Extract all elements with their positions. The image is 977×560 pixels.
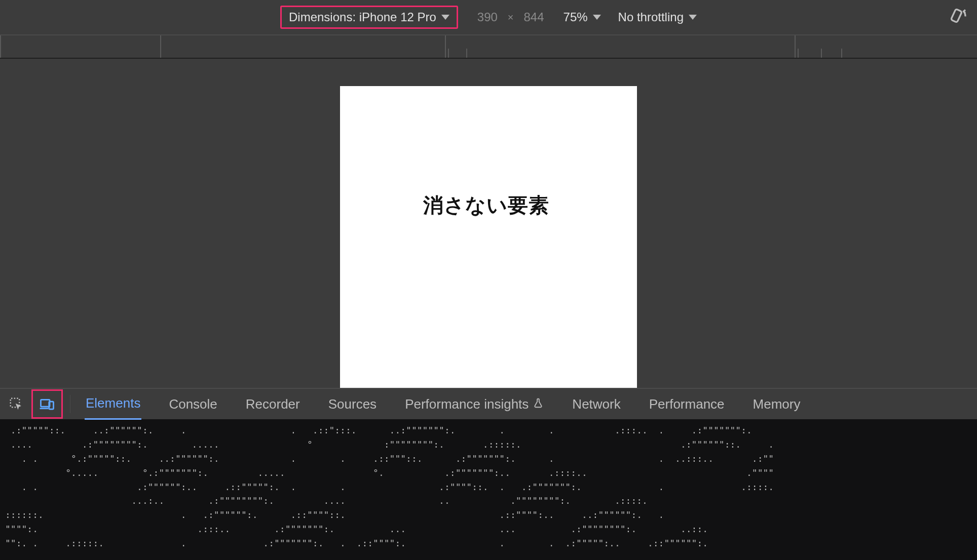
inspect-element-button[interactable] [3, 392, 29, 416]
chevron-down-icon [593, 15, 601, 20]
dimension-separator: × [508, 12, 514, 23]
dimensions-dropdown[interactable]: Dimensions: iPhone 12 Pro [280, 6, 458, 29]
device-toolbar: Dimensions: iPhone 12 Pro 390 × 844 75% … [0, 0, 977, 34]
separator [70, 395, 70, 413]
tab-performance[interactable]: Performance [648, 389, 726, 419]
device-frame[interactable]: 消さない要素 [340, 86, 637, 388]
tab-network[interactable]: Network [571, 389, 621, 419]
chevron-down-icon [689, 15, 697, 20]
tab-sources[interactable]: Sources [327, 389, 378, 419]
ruler-tick [841, 49, 842, 59]
tab-recorder[interactable]: Recorder [245, 389, 301, 419]
page-heading: 消さない要素 [423, 187, 549, 223]
devices-icon [40, 396, 55, 412]
throttling-value: No throttling [618, 10, 684, 24]
rotate-button[interactable] [948, 7, 968, 27]
rotate-icon [948, 7, 968, 27]
flask-icon [533, 396, 544, 412]
ruler-tick [448, 49, 449, 59]
ruler-tick [821, 49, 822, 59]
ruler-tick [466, 49, 467, 59]
inspect-icon [9, 396, 24, 412]
devtools-tabbar: ElementsConsoleRecorderSourcesPerformanc… [0, 388, 977, 419]
tab-memory[interactable]: Memory [752, 389, 802, 419]
toggle-device-toolbar-highlight [31, 389, 63, 419]
device-viewport-area: 消さない要素 [0, 59, 977, 388]
tab-performance-insights[interactable]: Performance insights [404, 389, 545, 419]
zoom-value: 75% [563, 10, 588, 24]
ruler-tick [160, 35, 161, 59]
ruler-tick [0, 35, 1, 59]
elements-panel[interactable]: .:"""""::. ..:"""""":. . . .::":::. ..:"… [0, 419, 977, 560]
tab-console[interactable]: Console [168, 389, 218, 419]
device-size-inputs: 390 × 844 [475, 10, 546, 24]
tab-elements[interactable]: Elements [85, 388, 141, 420]
ruler[interactable] [0, 34, 977, 59]
devtools-tabs: ElementsConsoleRecorderSourcesPerformanc… [78, 388, 801, 420]
ruler-tick [798, 49, 799, 59]
dimensions-label: Dimensions: iPhone 12 Pro [289, 10, 436, 24]
throttling-dropdown[interactable]: No throttling [618, 10, 697, 24]
svg-rect-0 [951, 9, 962, 23]
toggle-device-toolbar-button[interactable] [34, 392, 60, 416]
ruler-tick [795, 35, 796, 59]
ruler-tick [445, 35, 446, 59]
device-height-input[interactable]: 844 [522, 10, 546, 24]
chevron-down-icon [441, 15, 449, 20]
zoom-dropdown[interactable]: 75% [563, 10, 601, 24]
svg-rect-4 [49, 402, 54, 409]
device-width-input[interactable]: 390 [475, 10, 500, 24]
